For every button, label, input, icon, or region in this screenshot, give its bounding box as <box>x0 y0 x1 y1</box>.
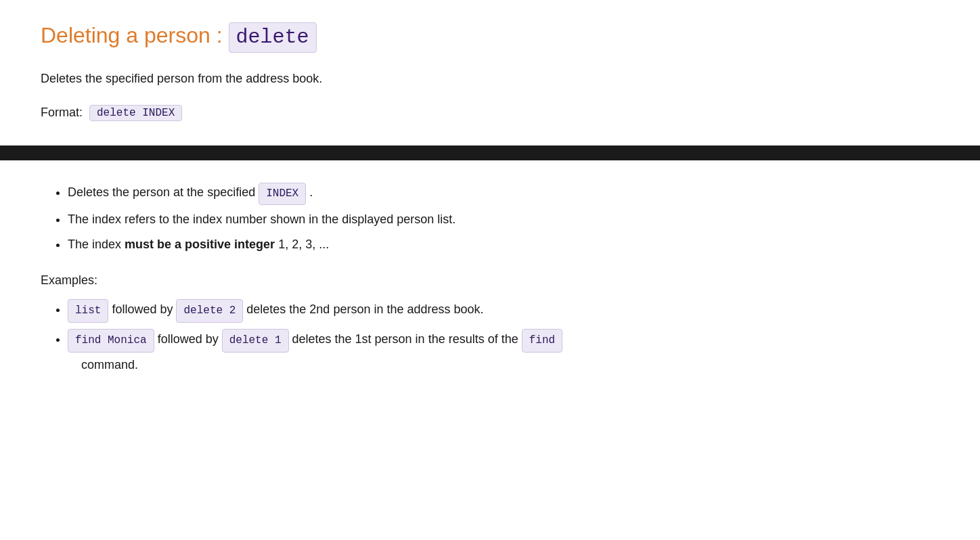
list-item: find Monica followed by delete 1 deletes… <box>68 328 939 353</box>
section-title-text: Deleting a person : <box>41 23 229 47</box>
top-section: Deleting a person : delete Deletes the s… <box>0 0 980 145</box>
bullet3-text-before: The index <box>68 238 125 251</box>
bottom-section: Deletes the person at the specified INDE… <box>0 160 980 397</box>
list-item: Deletes the person at the specified INDE… <box>68 182 939 205</box>
bullet3-text-after: 1, 2, 3, ... <box>275 238 329 251</box>
page-container: Deleting a person : delete Deletes the s… <box>0 0 980 540</box>
delete-command-title: delete <box>229 22 317 53</box>
divider-bar <box>0 145 980 160</box>
example1-after: deletes the 2nd person in the address bo… <box>243 302 483 316</box>
example2-between: followed by <box>154 332 222 346</box>
example2-code2: delete 1 <box>222 329 289 353</box>
example1-between: followed by <box>108 302 176 316</box>
example2-code1: find Monica <box>68 329 154 353</box>
example1-code1: list <box>68 299 108 323</box>
example2-after: deletes the 1st person in the results of… <box>289 332 522 346</box>
examples-list: list followed by delete 2 deletes the 2n… <box>68 298 939 353</box>
bullet1-code: INDEX <box>259 183 306 205</box>
format-label: Format: <box>41 106 83 120</box>
list-item: The index must be a positive integer 1, … <box>68 234 939 255</box>
description-text: Deletes the specified person from the ad… <box>41 69 939 89</box>
section-title: Deleting a person : delete <box>41 22 939 53</box>
list-item: list followed by delete 2 deletes the 2n… <box>68 298 939 323</box>
continuation-text: command. <box>68 355 939 375</box>
format-code: delete INDEX <box>89 105 182 121</box>
bullet2-text: The index refers to the index number sho… <box>68 212 455 226</box>
format-line: Format: delete INDEX <box>41 105 939 121</box>
bullet-list: Deletes the person at the specified INDE… <box>68 182 939 254</box>
bullet3-bold: must be a positive integer <box>125 238 275 251</box>
example2-code3: find <box>522 329 562 353</box>
bullet1-text-before: Deletes the person at the specified <box>68 185 259 199</box>
examples-label: Examples: <box>41 273 939 288</box>
bullet1-text-after: . <box>306 185 313 199</box>
list-item: The index refers to the index number sho… <box>68 209 939 230</box>
example1-code2: delete 2 <box>176 299 243 323</box>
